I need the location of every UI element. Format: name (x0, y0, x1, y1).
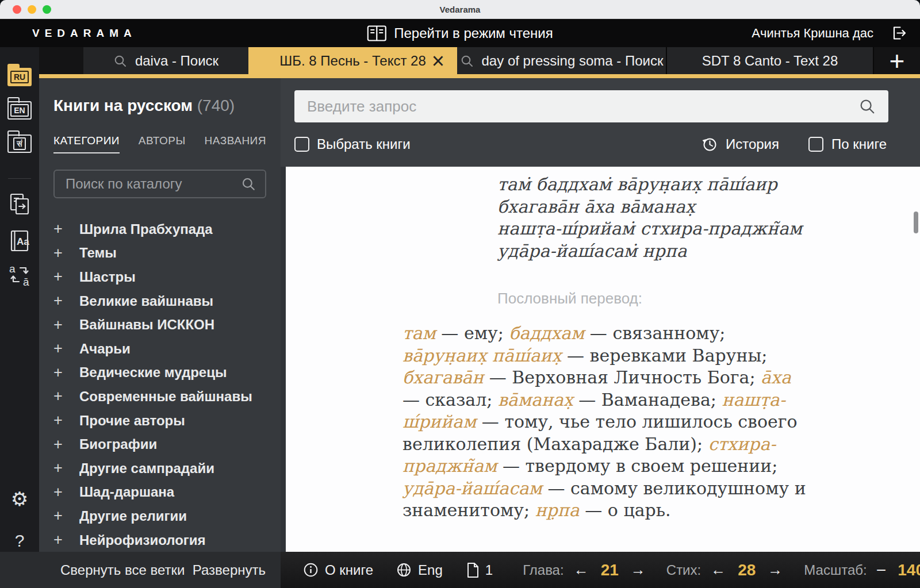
sanskrit-term: уда̄ра-йаш́асам (402, 478, 542, 498)
expand-plus-icon[interactable]: + (53, 412, 71, 429)
category-label: Шрила Прабхупада (79, 221, 213, 237)
compare-texts-button[interactable] (8, 193, 31, 216)
english-library-button[interactable]: EN (7, 101, 32, 120)
transliteration-button[interactable]: a ā (7, 263, 32, 287)
verse-prev-arrow[interactable]: ← (707, 561, 729, 579)
verse-number[interactable]: 28 (735, 561, 758, 579)
category-item[interactable]: +Современные вайшнавы (53, 385, 281, 409)
tabs-container: daiva - ПоискШБ. 8 Песнь - Текст 28×day … (83, 47, 874, 74)
expand-plus-icon[interactable]: + (53, 244, 71, 262)
library-tab[interactable]: НАЗВАНИЯ (205, 134, 266, 153)
category-item[interactable]: +Нейрофизиология (53, 528, 281, 552)
collapse-all-button[interactable]: Свернуть все ветки (60, 562, 185, 578)
category-item[interactable]: +Шастры (53, 265, 281, 289)
zoom-value: 140% (895, 561, 920, 579)
language-button[interactable]: Eng (396, 562, 443, 578)
verse-next-arrow[interactable]: → (764, 561, 786, 579)
reading-mode-button[interactable]: Перейти в режим чтения (367, 19, 553, 47)
catalog-search-input[interactable] (66, 176, 241, 192)
category-item[interactable]: +Вайшнавы ИСККОН (53, 313, 281, 337)
select-books-checkbox[interactable] (294, 137, 309, 152)
expand-plus-icon[interactable]: + (53, 364, 71, 382)
chapter-next-arrow[interactable]: → (627, 561, 649, 579)
expand-plus-icon[interactable]: + (53, 531, 71, 549)
dictionary-icon: Aa (9, 229, 30, 252)
sanskrit-term: ва̄рун̣аих̣ па̄ш́аих̣ (402, 345, 562, 366)
window-title: Vedarama (440, 5, 481, 14)
chapter-number[interactable]: 21 (599, 561, 621, 579)
category-item[interactable]: +Ведические мудрецы (53, 361, 281, 385)
svg-text:a: a (9, 263, 16, 275)
rail-divider (8, 178, 31, 179)
tab[interactable]: day of pressing soma - Поиск (457, 47, 667, 74)
category-item[interactable]: +Биографии (53, 432, 281, 456)
expand-button[interactable]: Развернуть (193, 562, 266, 578)
verse-label: Стих: (666, 562, 701, 578)
logout-icon[interactable] (891, 25, 906, 41)
by-book-checkbox[interactable] (808, 137, 823, 152)
library-tab[interactable]: АВТОРЫ (139, 134, 186, 153)
category-label: Ведические мудрецы (79, 364, 227, 381)
category-item[interactable]: +Шрила Прабхупада (53, 217, 281, 241)
main-toolbar: Выбрать книги История По книге (281, 78, 920, 167)
category-item[interactable]: +Другие сампрадайи (53, 456, 281, 481)
expand-plus-icon[interactable]: + (53, 292, 71, 310)
close-tab-icon[interactable]: × (432, 50, 444, 72)
expand-plus-icon[interactable]: + (53, 436, 71, 454)
search-icon[interactable] (858, 98, 876, 115)
gear-icon: ⚙ (11, 488, 28, 510)
svg-text:ā: ā (23, 276, 29, 287)
reading-mode-label: Перейти в режим чтения (394, 25, 553, 41)
tab-active[interactable]: ШБ. 8 Песнь - Текст 28× (248, 47, 457, 74)
expand-plus-icon[interactable]: + (53, 316, 71, 334)
traffic-lights (13, 5, 51, 14)
category-label: Другие сампрадайи (79, 460, 214, 476)
expand-plus-icon[interactable]: + (53, 340, 71, 358)
category-item[interactable]: +Темы (53, 241, 281, 266)
zoom-out-button[interactable]: − (873, 560, 890, 580)
tab[interactable]: daiva - Поиск (83, 47, 248, 74)
toolbar-right: История По книге (702, 136, 887, 152)
pane-divider (281, 167, 286, 552)
page-indicator[interactable]: 1 (467, 562, 493, 578)
russian-library-button[interactable]: RU (7, 68, 32, 86)
expand-plus-icon[interactable]: + (53, 483, 71, 501)
tab-label: ШБ. 8 Песнь - Текст 28 (279, 53, 426, 69)
library-footer: Свернуть все ветки Развернуть (0, 552, 281, 588)
category-label: Великие вайшнавы (79, 293, 213, 309)
search-icon (460, 54, 474, 68)
minimize-window-button[interactable] (28, 5, 36, 14)
select-books-label: Выбрать книги (317, 136, 411, 152)
sanskrit-library-button[interactable]: सं (7, 134, 32, 153)
scrollbar-thumb[interactable] (914, 212, 918, 233)
expand-plus-icon[interactable]: + (53, 387, 71, 405)
category-item[interactable]: +Великие вайшнавы (53, 289, 281, 313)
category-item[interactable]: +Прочие авторы (53, 409, 281, 433)
expand-plus-icon[interactable]: + (53, 220, 71, 238)
settings-button[interactable]: ⚙ (11, 487, 28, 510)
category-item[interactable]: +Ачарьи (53, 337, 281, 361)
main-search-input[interactable] (307, 98, 858, 116)
dictionary-button[interactable]: Aa (9, 229, 30, 252)
search-icon (113, 54, 127, 68)
zoom-window-button[interactable] (43, 5, 51, 14)
reading-pane: там̇ баддхам̇ ва̄рун̣аих̣ па̄ш́аирбхагав… (286, 167, 920, 552)
new-tab-button[interactable]: + (874, 47, 920, 74)
document-copy-icon (8, 193, 31, 216)
category-item[interactable]: +Шад-даршана (53, 481, 281, 505)
tab[interactable]: SDT 8 Canto - Text 28 (667, 47, 874, 74)
tab-label: daiva - Поиск (135, 53, 218, 69)
globe-icon (396, 562, 412, 578)
history-button[interactable]: История (726, 136, 779, 152)
category-item[interactable]: +Другие религии (53, 504, 281, 528)
help-button[interactable]: ? (15, 531, 25, 551)
about-book-button[interactable]: О книге (303, 562, 373, 578)
close-window-button[interactable] (13, 5, 21, 14)
chapter-prev-arrow[interactable]: ← (570, 561, 592, 579)
sanskrit-term: стхира-праджн̃ам (402, 434, 776, 476)
library-tab[interactable]: КАТЕГОРИИ (53, 134, 120, 153)
app-header: VEDARAMA Перейти в режим чтения Ачинтья … (0, 19, 920, 47)
expand-plus-icon[interactable]: + (53, 507, 71, 525)
expand-plus-icon[interactable]: + (53, 268, 71, 286)
expand-plus-icon[interactable]: + (53, 459, 71, 477)
